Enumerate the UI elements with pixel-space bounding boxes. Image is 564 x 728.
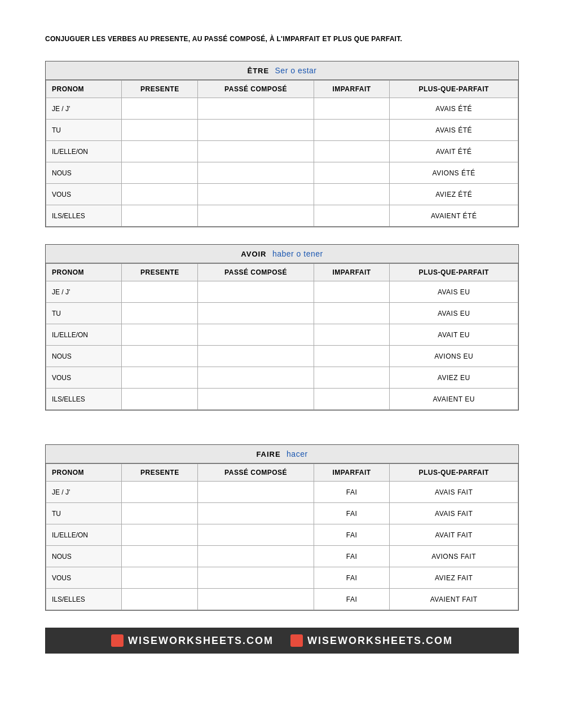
table-row: NOUSFAIAVIONS FAIT [46, 546, 518, 567]
table-row: TUFAIAVAIS FAIT [46, 503, 518, 524]
cell-avoir-r0-imparfait[interactable] [314, 281, 390, 303]
cell-avoir-r4-imparfait[interactable] [314, 367, 390, 389]
cell-faire-r2-imparfait[interactable]: FAI [314, 524, 390, 546]
cell-faire-r1-presente[interactable] [122, 503, 198, 524]
cell-etre-r0-imparfait[interactable] [314, 98, 390, 120]
cell-etre-r3-passe[interactable] [198, 162, 314, 184]
cell-etre-r4-presente[interactable] [122, 184, 198, 205]
cell-etre-r1-passe[interactable] [198, 120, 314, 141]
cell-faire-r2-passe[interactable] [198, 524, 314, 546]
cell-etre-r2-passe[interactable] [198, 141, 314, 162]
cell-etre-r0-passe[interactable] [198, 98, 314, 120]
cell-etre-r4-plus: AVIEZ ÉTÉ [390, 184, 518, 205]
cell-avoir-r3-imparfait[interactable] [314, 346, 390, 367]
cell-etre-r0-presente[interactable] [122, 98, 198, 120]
cell-etre-r4-passe[interactable] [198, 184, 314, 205]
cell-faire-r2-presente[interactable] [122, 524, 198, 546]
cell-etre-r5-plus: AVAIENT ÉTÉ [390, 205, 518, 227]
cell-avoir-r1-imparfait[interactable] [314, 303, 390, 324]
cell-faire-r4-imparfait[interactable]: FAI [314, 567, 390, 589]
cell-etre-r2-plus: AVAIT ÉTÉ [390, 141, 518, 162]
cell-avoir-r5-presente[interactable] [122, 389, 198, 410]
cell-faire-r0-plus: AVAIS FAIT [390, 482, 518, 503]
cell-etre-r3-pronom: NOUS [46, 162, 122, 184]
table-row: JE / J'AVAIS EU [46, 281, 518, 303]
cell-etre-r4-imparfait[interactable] [314, 184, 390, 205]
cell-avoir-r1-passe[interactable] [198, 303, 314, 324]
table-row: NOUSAVIONS ÉTÉ [46, 162, 518, 184]
table-row: NOUSAVIONS EU [46, 346, 518, 367]
conjugation-table-avoir: PRONOMPRESENTEPASSÉ COMPOSÉIMPARFAITPLUS… [46, 263, 518, 410]
cell-etre-r3-imparfait[interactable] [314, 162, 390, 184]
cell-faire-r4-passe[interactable] [198, 567, 314, 589]
cell-faire-r1-imparfait[interactable]: FAI [314, 503, 390, 524]
cell-faire-r4-presente[interactable] [122, 567, 198, 589]
verb-translation-avoir: haber o tener [270, 249, 323, 258]
cell-faire-r1-passe[interactable] [198, 503, 314, 524]
cell-etre-r0-pronom: JE / J' [46, 98, 122, 120]
verb-name-faire: FAIRE [256, 450, 280, 458]
cell-faire-r0-passe[interactable] [198, 482, 314, 503]
cell-faire-r5-presente[interactable] [122, 589, 198, 610]
verb-table-etre: ÊTRE Ser o estarPRONOMPRESENTEPASSÉ COMP… [45, 61, 519, 227]
cell-avoir-r0-presente[interactable] [122, 281, 198, 303]
header-avoir-col2: PASSÉ COMPOSÉ [198, 264, 314, 281]
header-avoir-col0: PRONOM [46, 264, 122, 281]
cell-etre-r2-pronom: IL/ELLE/ON [46, 141, 122, 162]
cell-etre-r2-presente[interactable] [122, 141, 198, 162]
cell-avoir-r4-presente[interactable] [122, 367, 198, 389]
verb-title-faire: FAIRE hacer [46, 445, 518, 464]
header-faire-col4: PLUS-QUE-PARFAIT [390, 464, 518, 482]
cell-avoir-r1-presente[interactable] [122, 303, 198, 324]
table-row: JE / J'FAIAVAIS FAIT [46, 482, 518, 503]
header-faire-col0: PRONOM [46, 464, 122, 482]
table-row: IL/ELLE/ONAVAIT EU [46, 324, 518, 346]
cell-etre-r1-presente[interactable] [122, 120, 198, 141]
header-faire-col3: IMPARFAIT [314, 464, 390, 482]
cell-etre-r1-imparfait[interactable] [314, 120, 390, 141]
header-etre-col3: IMPARFAIT [314, 81, 390, 98]
footer-logo-1: WISEWORKSHEETS.COM [111, 634, 274, 647]
cell-etre-r3-presente[interactable] [122, 162, 198, 184]
cell-etre-r5-imparfait[interactable] [314, 205, 390, 227]
cell-faire-r0-imparfait[interactable]: FAI [314, 482, 390, 503]
cell-avoir-r2-imparfait[interactable] [314, 324, 390, 346]
cell-faire-r3-plus: AVIONS FAIT [390, 546, 518, 567]
header-avoir-col4: PLUS-QUE-PARFAIT [390, 264, 518, 281]
cell-etre-r5-passe[interactable] [198, 205, 314, 227]
cell-avoir-r2-passe[interactable] [198, 324, 314, 346]
cell-avoir-r3-passe[interactable] [198, 346, 314, 367]
cell-etre-r1-plus: AVAIS ÉTÉ [390, 120, 518, 141]
header-faire-col1: PRESENTE [122, 464, 198, 482]
table-row: VOUSFAIAVIEZ FAIT [46, 567, 518, 589]
cell-faire-r3-presente[interactable] [122, 546, 198, 567]
cell-faire-r5-passe[interactable] [198, 589, 314, 610]
cell-faire-r4-plus: AVIEZ FAIT [390, 567, 518, 589]
cell-etre-r5-pronom: ILS/ELLES [46, 205, 122, 227]
cell-avoir-r3-presente[interactable] [122, 346, 198, 367]
cell-faire-r3-pronom: NOUS [46, 546, 122, 567]
cell-faire-r3-imparfait[interactable]: FAI [314, 546, 390, 567]
verb-title-avoir: AVOIR haber o tener [46, 245, 518, 263]
cell-avoir-r3-pronom: NOUS [46, 346, 122, 367]
table-row: JE / J'AVAIS ÉTÉ [46, 98, 518, 120]
header-faire-col2: PASSÉ COMPOSÉ [198, 464, 314, 482]
cell-faire-r5-plus: AVAIENT FAIT [390, 589, 518, 610]
conjugation-table-etre: PRONOMPRESENTEPASSÉ COMPOSÉIMPARFAITPLUS… [46, 80, 518, 227]
cell-faire-r5-imparfait[interactable]: FAI [314, 589, 390, 610]
cell-avoir-r5-pronom: ILS/ELLES [46, 389, 122, 410]
cell-etre-r2-imparfait[interactable] [314, 141, 390, 162]
cell-faire-r0-presente[interactable] [122, 482, 198, 503]
cell-avoir-r5-passe[interactable] [198, 389, 314, 410]
cell-avoir-r0-passe[interactable] [198, 281, 314, 303]
cell-avoir-r4-passe[interactable] [198, 367, 314, 389]
table-row: ILS/ELLESFAIAVAIENT FAIT [46, 589, 518, 610]
cell-avoir-r0-pronom: JE / J' [46, 281, 122, 303]
table-row: VOUSAVIEZ ÉTÉ [46, 184, 518, 205]
cell-faire-r3-passe[interactable] [198, 546, 314, 567]
cell-avoir-r5-imparfait[interactable] [314, 389, 390, 410]
cell-etre-r5-presente[interactable] [122, 205, 198, 227]
cell-etre-r3-plus: AVIONS ÉTÉ [390, 162, 518, 184]
cell-avoir-r2-pronom: IL/ELLE/ON [46, 324, 122, 346]
cell-avoir-r2-presente[interactable] [122, 324, 198, 346]
